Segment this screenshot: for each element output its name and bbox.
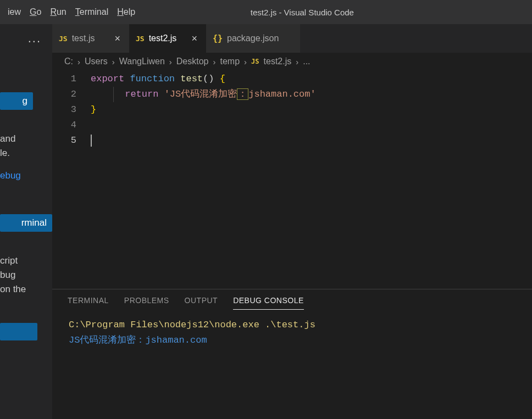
breadcrumb-part[interactable]: Users bbox=[85, 57, 108, 66]
js-icon: JS bbox=[59, 35, 68, 43]
menu-run[interactable]: Run bbox=[46, 5, 70, 19]
menu-go[interactable]: Go bbox=[25, 5, 46, 19]
panel-tab-bar: TERMINAL PROBLEMS OUTPUT DEBUG CONSOLE bbox=[52, 289, 532, 310]
chevron-right-icon: › bbox=[112, 57, 115, 66]
menu-help[interactable]: Help bbox=[113, 5, 140, 19]
close-icon[interactable]: × bbox=[189, 33, 199, 44]
breadcrumb-part[interactable]: Desktop bbox=[176, 57, 209, 66]
json-icon: {} bbox=[213, 33, 223, 43]
menu-bar: iew Go Run Terminal Help test2.js - Visu… bbox=[0, 0, 532, 24]
sidebar-text-2: cript bug on the bbox=[0, 254, 52, 297]
tab-label: test2.js bbox=[149, 33, 177, 43]
code-editor[interactable]: 1 2 3 4 5 export function test() { retur… bbox=[52, 70, 532, 289]
breadcrumb-part[interactable]: WangLiwen bbox=[119, 57, 165, 66]
panel-tab-debug-console[interactable]: DEBUG CONSOLE bbox=[233, 296, 304, 310]
tab-label: test.js bbox=[72, 33, 95, 43]
breadcrumb-tail[interactable]: ... bbox=[303, 57, 310, 66]
tab-bar: JS test.js × JS test2.js × {} package.js… bbox=[52, 24, 532, 53]
console-output: JS代码混淆加密：jshaman.com bbox=[69, 333, 516, 348]
breadcrumb[interactable]: C: › Users › WangLiwen › Desktop › temp … bbox=[52, 53, 532, 70]
text-cursor bbox=[91, 135, 92, 147]
breadcrumb-part[interactable]: C: bbox=[64, 57, 73, 66]
line-number-gutter: 1 2 3 4 5 bbox=[52, 71, 91, 289]
menu-terminal[interactable]: Terminal bbox=[71, 5, 113, 19]
breadcrumb-part[interactable]: temp bbox=[220, 57, 240, 66]
sidebar-button-terminal[interactable]: rminal bbox=[0, 214, 52, 232]
tab-label: package.json bbox=[227, 33, 279, 43]
chevron-right-icon: › bbox=[169, 57, 172, 66]
panel-tab-problems[interactable]: PROBLEMS bbox=[124, 296, 169, 310]
chevron-right-icon: › bbox=[77, 57, 80, 66]
debug-console-body[interactable]: C:\Program Files\nodejs12\node.exe .\tes… bbox=[52, 310, 532, 356]
sidebar-button-3[interactable] bbox=[0, 323, 37, 340]
more-icon[interactable]: ··· bbox=[0, 31, 52, 48]
breadcrumb-file[interactable]: test2.js bbox=[264, 57, 292, 66]
tab-testjs[interactable]: JS test.js × bbox=[52, 24, 129, 53]
tab-packagejson[interactable]: {} package.json × bbox=[206, 24, 300, 53]
close-icon[interactable]: × bbox=[112, 33, 123, 44]
sidebar-panel: ··· g and le. ebug rminal cript bug on t… bbox=[0, 24, 52, 419]
window-title: test2.js - Visual Studio Code bbox=[251, 8, 354, 17]
tab-test2js[interactable]: JS test2.js × bbox=[129, 24, 206, 53]
sidebar-link-debug[interactable]: ebug bbox=[0, 170, 52, 181]
chevron-right-icon: › bbox=[213, 57, 216, 66]
js-icon: JS bbox=[251, 58, 259, 65]
js-icon: JS bbox=[136, 35, 145, 43]
sidebar-text-1: and le. bbox=[0, 132, 52, 160]
menu-view[interactable]: iew bbox=[3, 5, 25, 19]
code-content[interactable]: export function test() { return 'JS代码混淆加… bbox=[91, 71, 532, 289]
main-area: JS test.js × JS test2.js × {} package.js… bbox=[52, 24, 532, 419]
bottom-panel: TERMINAL PROBLEMS OUTPUT DEBUG CONSOLE C… bbox=[52, 289, 532, 419]
chevron-right-icon: › bbox=[296, 57, 298, 66]
panel-tab-terminal[interactable]: TERMINAL bbox=[68, 296, 109, 310]
console-command: C:\Program Files\nodejs12\node.exe .\tes… bbox=[69, 317, 516, 333]
sidebar-button-1[interactable]: g bbox=[0, 92, 33, 110]
panel-tab-output[interactable]: OUTPUT bbox=[185, 296, 218, 310]
chevron-right-icon: › bbox=[244, 57, 247, 66]
